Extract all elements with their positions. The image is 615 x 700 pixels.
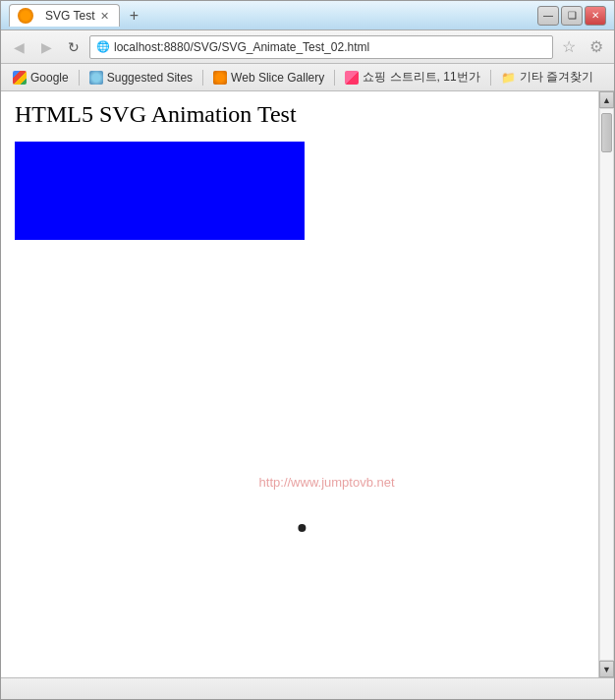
bookmark-webslice-label: Web Slice Gallery — [231, 71, 324, 85]
bookmark-suggested-label: Suggested Sites — [107, 71, 193, 85]
page-content: HTML5 SVG Animation Test http://www.jump… — [1, 91, 598, 677]
svg-animation — [15, 142, 305, 240]
bookmark-shopping[interactable]: 쇼핑 스트리트, 11번가 — [339, 67, 485, 88]
forward-button[interactable]: ▶ — [34, 35, 58, 59]
refresh-button[interactable]: ↻ — [62, 35, 85, 59]
bookmark-separator-3 — [334, 70, 335, 86]
navbar: ◀ ▶ ↻ 🌐 localhost:8880/SVG/SVG_Animate_T… — [1, 30, 614, 64]
svg-container — [15, 142, 305, 240]
favorites-button[interactable]: ☆ — [557, 35, 581, 59]
scroll-up-button[interactable]: ▲ — [599, 91, 614, 108]
scroll-track[interactable] — [599, 108, 614, 661]
new-tab-button[interactable]: + — [124, 6, 143, 26]
bookmark-separator-1 — [79, 70, 80, 86]
bookmark-google-label: Google — [30, 71, 69, 85]
titlebar: SVG Test ✕ + — ❑ ✕ — [1, 1, 614, 30]
dot-container — [298, 524, 306, 532]
bookmark-shopping-label: 쇼핑 스트리트, 11번가 — [363, 69, 479, 86]
tools-button[interactable]: ⚙ — [585, 35, 608, 59]
bookmark-folder-label: 기타 즐겨찾기 — [520, 69, 593, 86]
bookmark-google[interactable]: Google — [7, 69, 75, 87]
back-button[interactable]: ◀ — [7, 35, 30, 59]
folder-icon: 📁 — [501, 71, 516, 85]
address-text: localhost:8880/SVG/SVG_Animate_Test_02.h… — [114, 40, 369, 54]
statusbar — [1, 677, 614, 699]
tab-title: SVG Test — [45, 9, 94, 23]
address-icon: 🌐 — [96, 40, 110, 53]
scrollbar: ▲ ▼ — [598, 91, 614, 677]
google-favicon — [13, 71, 27, 85]
content-wrapper: HTML5 SVG Animation Test http://www.jump… — [1, 91, 614, 677]
tab-favicon — [18, 8, 33, 24]
svg-rect — [15, 142, 305, 240]
browser-tab[interactable]: SVG Test ✕ — [9, 4, 120, 27]
bookmark-separator-4 — [490, 70, 491, 86]
bookmark-folder[interactable]: 📁 기타 즐겨찾기 — [495, 67, 599, 88]
address-bar[interactable]: 🌐 localhost:8880/SVG/SVG_Animate_Test_02… — [89, 35, 553, 59]
tab-close-button[interactable]: ✕ — [100, 11, 109, 22]
suggested-favicon — [89, 71, 103, 85]
bookmarks-bar: Google Suggested Sites Web Slice Gallery… — [1, 64, 614, 91]
window-controls: — ❑ ✕ — [537, 6, 606, 26]
minimize-button[interactable]: — — [537, 6, 559, 26]
bookmark-suggested[interactable]: Suggested Sites — [84, 69, 198, 87]
watermark-text: http://www.jumptovb.net — [259, 475, 395, 490]
close-button[interactable]: ✕ — [585, 6, 606, 26]
page-title: HTML5 SVG Animation Test — [15, 101, 585, 128]
maximize-button[interactable]: ❑ — [561, 6, 583, 26]
shopping-favicon — [345, 71, 359, 85]
scroll-thumb[interactable] — [601, 113, 612, 152]
animated-dot — [298, 524, 306, 532]
bookmark-separator-2 — [202, 70, 203, 86]
browser-window: SVG Test ✕ + — ❑ ✕ ◀ ▶ ↻ 🌐 localhost:888… — [0, 0, 615, 700]
webslice-favicon — [213, 71, 227, 85]
scroll-down-button[interactable]: ▼ — [599, 661, 614, 677]
bookmark-webslice[interactable]: Web Slice Gallery — [207, 69, 330, 87]
